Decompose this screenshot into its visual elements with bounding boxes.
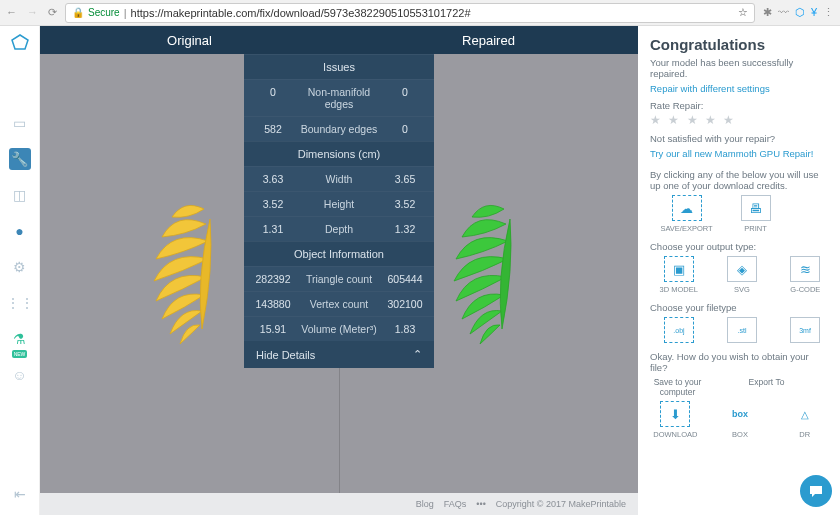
sidebar-rail: ▭ 🔧 ◫ ● ⚙ ⋮⋮ ⚗ ☺ ⇤ — [0, 26, 40, 515]
export-box[interactable]: box BOX — [717, 401, 762, 439]
export-to-heading: Export To — [705, 377, 828, 397]
ext-icon[interactable]: 〰 — [778, 6, 789, 19]
info-row: 3.52Height3.52 — [244, 191, 434, 216]
printer-icon: 🖶 — [741, 195, 771, 221]
back-icon[interactable]: ← — [6, 6, 17, 19]
info-row: 15.91Volume (Meter³)1.83 — [244, 316, 434, 341]
flask-icon[interactable]: ⚗ — [9, 328, 31, 350]
url-bar[interactable]: 🔒 Secure | https://makeprintable.com/fix… — [65, 3, 755, 23]
info-row: 0Non-manifold edges0 — [244, 79, 434, 116]
obtain-label: Okay. How do you wish to obtain your fil… — [650, 351, 828, 373]
download-option[interactable]: ⬇ DOWNLOAD — [653, 401, 698, 439]
repaired-model — [434, 189, 544, 359]
url-text: https://makeprintable.com/fix/download/5… — [131, 7, 471, 19]
cloud-download-icon: ☁ — [672, 195, 702, 221]
svg-text:.obj: .obj — [673, 327, 685, 335]
forward-icon[interactable]: → — [27, 6, 38, 19]
svg-marker-0 — [12, 35, 28, 49]
tab-repaired[interactable]: Repaired — [339, 26, 638, 54]
filetype-label: Choose your filetype — [650, 302, 828, 313]
footer-copyright: Copyright © 2017 MakePrintable — [496, 499, 626, 509]
download-icon: ⬇ — [660, 401, 690, 427]
file-icon: .stl — [727, 317, 757, 343]
repair-settings-link[interactable]: Repair with different settings — [650, 83, 828, 94]
svg-text:.stl: .stl — [738, 327, 747, 334]
info-row: 282392Triangle count605444 — [244, 266, 434, 291]
output-3d-model[interactable]: ▣ 3D MODEL — [656, 256, 701, 294]
tab-original[interactable]: Original — [40, 26, 339, 54]
save-export-option[interactable]: ☁ SAVE/EXPORT — [664, 195, 709, 233]
wrench-icon[interactable]: 🔧 — [9, 148, 31, 170]
lock-icon: 🔒 — [72, 7, 84, 18]
dots-icon[interactable]: ⋮⋮ — [9, 292, 31, 314]
info-row: 3.63Width3.65 — [244, 166, 434, 191]
menu-icon[interactable]: ⋮ — [823, 6, 834, 19]
save-computer-heading: Save to your computer — [650, 377, 705, 397]
gears-icon[interactable]: ⚙ — [9, 256, 31, 278]
rate-label: Rate Repair: — [650, 100, 828, 111]
footer-blog-link[interactable]: Blog — [416, 499, 434, 509]
logo-icon[interactable] — [9, 32, 31, 54]
file-icon: .obj — [664, 317, 694, 343]
issues-heading: Issues — [244, 54, 434, 79]
chat-icon[interactable] — [800, 475, 832, 507]
box-logo-icon: box — [732, 401, 748, 427]
sphere-icon[interactable]: ● — [9, 220, 31, 242]
layers-icon: ≋ — [790, 256, 820, 282]
reload-icon[interactable]: ⟳ — [48, 6, 57, 19]
info-row: 582Boundary edges0 — [244, 116, 434, 141]
rating-stars[interactable]: ★ ★ ★ ★ ★ — [650, 113, 828, 127]
user-icon[interactable]: ☺ — [9, 364, 31, 386]
viewer-area: Original Repaired — [40, 26, 638, 515]
output-type-label: Choose your output type: — [650, 241, 828, 252]
credit-note: By clicking any of the below you will us… — [650, 169, 828, 191]
extension-icons: ✱ 〰 ⬡ ¥ ⋮ — [763, 6, 834, 19]
output-gcode[interactable]: ≋ G-CODE — [783, 256, 828, 294]
original-model — [134, 189, 244, 359]
panel-title: Congratulations — [650, 36, 828, 53]
chevron-up-icon: ⌃ — [413, 348, 422, 361]
footer-dots[interactable]: ••• — [476, 499, 485, 509]
filetype-obj[interactable]: .obj — [656, 317, 701, 343]
svg-icon: ◈ — [727, 256, 757, 282]
svg-text:3mf: 3mf — [799, 327, 811, 334]
viewer-header: Original Repaired — [40, 26, 638, 54]
success-message: Your model has been successfully repaire… — [650, 57, 828, 79]
info-panel: Issues 0Non-manifold edges0 582Boundary … — [244, 54, 434, 368]
browser-chrome: ← → ⟳ 🔒 Secure | https://makeprintable.c… — [0, 0, 840, 26]
bookmark-star-icon[interactable]: ☆ — [738, 6, 748, 19]
ext-icon[interactable]: ⬡ — [795, 6, 805, 19]
secure-label: Secure — [88, 7, 120, 18]
ext-icon[interactable]: ¥ — [811, 6, 817, 19]
export-drive[interactable]: △ DR — [782, 401, 827, 439]
print-option[interactable]: 🖶 PRINT — [733, 195, 778, 233]
card-icon[interactable]: ▭ — [9, 112, 31, 134]
output-svg[interactable]: ◈ SVG — [719, 256, 764, 294]
hide-details-toggle[interactable]: Hide Details ⌃ — [244, 341, 434, 368]
footer-faqs-link[interactable]: FAQs — [444, 499, 467, 509]
footer: Blog FAQs ••• Copyright © 2017 MakePrint… — [40, 493, 638, 515]
cube-icon: ▣ — [664, 256, 694, 282]
dimensions-heading: Dimensions (cm) — [244, 141, 434, 166]
drive-icon: △ — [801, 401, 809, 427]
ext-icon[interactable]: ✱ — [763, 6, 772, 19]
mammoth-link[interactable]: Try our all new Mammoth GPU Repair! — [650, 148, 828, 159]
filetype-3mf[interactable]: 3mf — [783, 317, 828, 343]
object-info-heading: Object Information — [244, 241, 434, 266]
info-row: 1.31Depth1.32 — [244, 216, 434, 241]
right-panel: Congratulations Your model has been succ… — [638, 26, 840, 515]
filetype-stl[interactable]: .stl — [719, 317, 764, 343]
exit-icon[interactable]: ⇤ — [9, 483, 31, 505]
cube-icon[interactable]: ◫ — [9, 184, 31, 206]
file-icon: 3mf — [790, 317, 820, 343]
not-satisfied-text: Not satisfied with your repair? — [650, 133, 828, 144]
info-row: 143880Vertex count302100 — [244, 291, 434, 316]
